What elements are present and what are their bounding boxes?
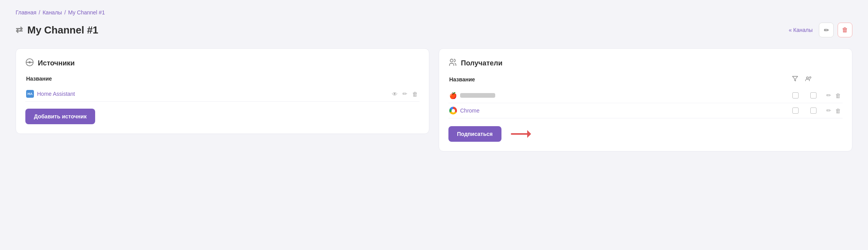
recipient-chrome-checkbox1-cell bbox=[787, 107, 804, 114]
recipient-apple-checkbox1-cell bbox=[787, 92, 804, 99]
users-col-icon bbox=[805, 76, 812, 83]
sources-col-header: Название bbox=[25, 76, 420, 82]
recipients-col-headers: Название bbox=[448, 76, 843, 83]
subscribe-row: Подписаться bbox=[448, 126, 843, 142]
recipient-apple-checkbox2[interactable] bbox=[810, 92, 817, 99]
channel-icon: ⇄ bbox=[16, 25, 23, 35]
source-row-actions: 👁 ✏ 🗑 bbox=[391, 90, 419, 98]
chrome-icon bbox=[449, 107, 457, 114]
source-ha-label[interactable]: Home Assistant bbox=[37, 91, 75, 97]
recipient-chrome-checkbox1[interactable] bbox=[792, 107, 799, 114]
page-title-wrapper: ⇄ My Channel #1 bbox=[16, 24, 98, 36]
delete-chrome-icon[interactable]: 🗑 bbox=[834, 107, 842, 115]
recipient-chrome-actions: ✏ 🗑 bbox=[825, 106, 842, 115]
arrow-icon bbox=[508, 128, 531, 140]
recipient-chrome-checkbox2-cell bbox=[804, 107, 822, 114]
svg-marker-6 bbox=[527, 130, 531, 138]
delete-apple-icon[interactable]: 🗑 bbox=[834, 92, 842, 100]
svg-marker-2 bbox=[792, 76, 797, 81]
back-link[interactable]: « Каналы bbox=[789, 27, 813, 33]
subscribe-button[interactable]: Подписаться bbox=[448, 126, 501, 142]
recipient-row-apple: 🍎 ✏ 🗑 bbox=[448, 88, 843, 103]
edit-source-icon[interactable]: ✏ bbox=[402, 90, 408, 98]
view-source-icon[interactable]: 👁 bbox=[391, 90, 399, 98]
recipient-apple-name[interactable]: 🍎 bbox=[449, 92, 787, 99]
recipient-chrome-label[interactable]: Chrome bbox=[460, 107, 480, 114]
add-source-button[interactable]: Добавить источник bbox=[25, 109, 95, 124]
recipients-icon bbox=[448, 58, 457, 69]
apple-icon: 🍎 bbox=[449, 92, 457, 99]
breadcrumb-channels[interactable]: Каналы bbox=[43, 9, 62, 16]
recipient-apple-actions: ✏ 🗑 bbox=[825, 91, 842, 100]
svg-point-4 bbox=[810, 77, 811, 78]
recipients-col-icons bbox=[792, 76, 843, 83]
recipient-apple-checkbox1[interactable] bbox=[792, 92, 799, 99]
breadcrumb-current: My Channel #1 bbox=[68, 9, 105, 16]
breadcrumb-sep-2: / bbox=[64, 9, 66, 16]
source-ha-icon: HA bbox=[26, 90, 34, 98]
sources-card: Источники Название HA Home Assistant 👁 ✏… bbox=[16, 48, 429, 134]
sources-icon bbox=[25, 58, 34, 69]
edit-chrome-icon[interactable]: ✏ bbox=[825, 106, 832, 115]
recipients-title: Получатели bbox=[461, 59, 502, 67]
edit-apple-icon[interactable]: ✏ bbox=[825, 91, 832, 100]
recipient-row-chrome: Chrome ✏ 🗑 bbox=[448, 103, 843, 118]
chrome-inner bbox=[452, 109, 455, 113]
sources-title: Источники bbox=[38, 59, 75, 67]
recipient-chrome-name[interactable]: Chrome bbox=[449, 107, 787, 114]
page-header: ⇄ My Channel #1 « Каналы ✏ 🗑 bbox=[16, 23, 852, 37]
recipients-name-col-header: Название bbox=[448, 76, 475, 83]
source-row: HA Home Assistant 👁 ✏ 🗑 bbox=[25, 86, 420, 102]
header-actions: « Каналы ✏ 🗑 bbox=[789, 23, 852, 37]
page-title: My Channel #1 bbox=[27, 24, 98, 36]
breadcrumb: Главная / Каналы / My Channel #1 bbox=[16, 9, 852, 16]
recipient-blurred-name bbox=[460, 93, 495, 98]
delete-icon: 🗑 bbox=[842, 26, 848, 33]
recipient-apple-checkbox2-cell bbox=[804, 92, 822, 99]
svg-point-1 bbox=[450, 59, 453, 62]
sources-card-header: Источники bbox=[25, 58, 420, 69]
svg-point-3 bbox=[806, 77, 808, 79]
filter-col-icon bbox=[792, 76, 798, 83]
breadcrumb-home[interactable]: Главная bbox=[16, 9, 36, 16]
edit-channel-button[interactable]: ✏ bbox=[819, 23, 834, 37]
recipients-card-header: Получатели bbox=[448, 58, 843, 69]
edit-icon: ✏ bbox=[824, 26, 829, 34]
recipient-chrome-checkbox2[interactable] bbox=[810, 107, 817, 114]
delete-channel-button[interactable]: 🗑 bbox=[838, 23, 852, 37]
breadcrumb-sep-1: / bbox=[39, 9, 40, 16]
cards-row: Источники Название HA Home Assistant 👁 ✏… bbox=[16, 48, 852, 151]
delete-source-icon[interactable]: 🗑 bbox=[411, 90, 419, 98]
recipients-card: Получатели Название bbox=[439, 48, 852, 151]
source-name[interactable]: HA Home Assistant bbox=[26, 90, 75, 98]
